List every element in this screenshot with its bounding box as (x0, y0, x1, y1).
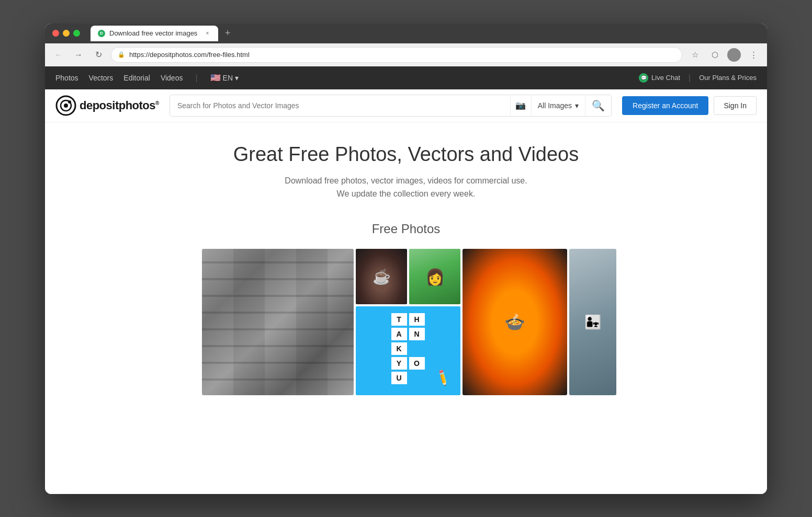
logo-registered: ® (155, 100, 159, 106)
nav-item-photos[interactable]: Photos (55, 74, 78, 82)
maximize-button[interactable] (73, 30, 80, 37)
forward-button[interactable]: → (71, 48, 86, 62)
flag-icon: 🇺🇸 (210, 73, 221, 83)
photo-stone[interactable] (202, 249, 354, 395)
thankyou-image: T H A N K Y O U ✏️ (356, 306, 460, 395)
pencil-icon: ✏️ (433, 369, 452, 387)
woman-image (409, 249, 460, 304)
site-nav-left: Photos Vectors Editorial Videos | 🇺🇸 EN … (55, 73, 639, 83)
lock-icon: 🔒 (118, 51, 125, 58)
menu-button[interactable]: ⋮ (746, 48, 761, 62)
layers-button[interactable]: ⬡ (707, 48, 722, 62)
photo-col-2: T H A N K Y O U ✏️ (356, 249, 460, 395)
camera-search-button[interactable]: 📷 (510, 95, 531, 117)
register-button[interactable]: Register an Account (622, 96, 708, 115)
traffic-lights (52, 30, 80, 37)
live-chat-label: Live Chat (651, 74, 680, 82)
search-input[interactable] (170, 101, 510, 110)
search-bar: 📷 All Images ▾ 🔍 (170, 95, 612, 117)
nav-item-videos[interactable]: Videos (161, 74, 183, 82)
active-tab[interactable]: D Download free vector images × (91, 26, 218, 41)
logo-link[interactable]: depositphotos® (55, 95, 159, 116)
browser-actions: ☆ ⬡ ⋮ (687, 48, 761, 62)
photo-thankyou[interactable]: T H A N K Y O U ✏️ (356, 306, 460, 395)
tile-O: O (409, 357, 425, 370)
profile-button[interactable] (727, 48, 741, 62)
stone-image (202, 249, 354, 395)
photo-woman[interactable] (409, 249, 460, 304)
thankyou-tiles: T H A N K Y O U (391, 313, 425, 384)
website-content: Photos Vectors Editorial Videos | 🇺🇸 EN … (45, 66, 767, 494)
bookmark-button[interactable]: ☆ (687, 48, 702, 62)
live-chat-button[interactable]: 💬 Live Chat (639, 73, 680, 83)
tile-N: N (409, 328, 425, 340)
url-bar[interactable]: 🔒 https://depositphotos.com/free-files.h… (111, 47, 682, 63)
tab-bar: D Download free vector images × + (91, 26, 760, 41)
search-type-label: All Images (538, 101, 572, 110)
language-label: EN (223, 74, 233, 82)
refresh-button[interactable]: ↻ (91, 48, 106, 62)
minimize-button[interactable] (63, 30, 70, 37)
chevron-down-icon: ▾ (235, 74, 239, 82)
photo-row-top (356, 249, 460, 304)
title-bar: D Download free vector images × + (45, 24, 767, 43)
tile-Y: Y (391, 357, 407, 370)
photo-coffee[interactable] (356, 249, 407, 304)
back-button[interactable]: ← (51, 48, 66, 62)
browser-window: D Download free vector images × + ← → ↻ … (45, 24, 767, 494)
tile-H: H (409, 313, 425, 326)
tab-title: Download free vector images (109, 29, 197, 37)
search-type-dropdown[interactable]: All Images ▾ (531, 95, 585, 117)
photo-family[interactable] (569, 249, 616, 395)
site-navigation: Photos Vectors Editorial Videos | 🇺🇸 EN … (45, 66, 767, 89)
tile-K: K (391, 342, 407, 355)
tile-U: U (391, 372, 407, 384)
site-nav-right: 💬 Live Chat | Our Plans & Prices (639, 73, 757, 83)
address-bar: ← → ↻ 🔒 https://depositphotos.com/free-f… (45, 43, 767, 66)
tab-favicon: D (98, 30, 105, 37)
url-text: https://depositphotos.com/free-files.htm… (129, 51, 675, 59)
tile-A: A (391, 328, 407, 340)
section-title: Free Photos (372, 222, 441, 236)
coffee-image (356, 249, 407, 304)
nav-divider: | (195, 73, 197, 83)
signin-button[interactable]: Sign In (714, 96, 757, 115)
chevron-down-icon: ▾ (575, 101, 579, 110)
hero-title: Great Free Photos, Vectors and Videos (233, 143, 579, 166)
chat-icon: 💬 (639, 73, 648, 83)
plans-link[interactable]: Our Plans & Prices (699, 74, 757, 82)
soup-image (463, 249, 567, 395)
close-button[interactable] (52, 30, 59, 37)
new-tab-button[interactable]: + (220, 26, 235, 41)
language-selector[interactable]: 🇺🇸 EN ▾ (210, 73, 239, 83)
nav-item-editorial[interactable]: Editorial (123, 74, 150, 82)
logo-text: depositphotos® (80, 99, 159, 112)
photo-grid: T H A N K Y O U ✏️ (202, 249, 610, 395)
tab-close-button[interactable]: × (204, 30, 211, 37)
nav-divider-right: | (689, 73, 691, 83)
hero-subtitle: Download free photos, vector images, vid… (285, 174, 527, 201)
site-header: depositphotos® 📷 All Images ▾ 🔍 Register… (45, 89, 767, 122)
svg-point-3 (68, 100, 71, 104)
photo-soup[interactable] (463, 249, 567, 395)
main-content: Great Free Photos, Vectors and Videos Do… (45, 122, 767, 494)
family-image (569, 249, 616, 395)
logo-icon (55, 95, 76, 116)
nav-item-vectors[interactable]: Vectors (89, 74, 114, 82)
svg-point-2 (64, 104, 68, 108)
search-button[interactable]: 🔍 (585, 95, 611, 117)
tile-T: T (391, 313, 407, 326)
header-actions: Register an Account Sign In (622, 96, 757, 115)
